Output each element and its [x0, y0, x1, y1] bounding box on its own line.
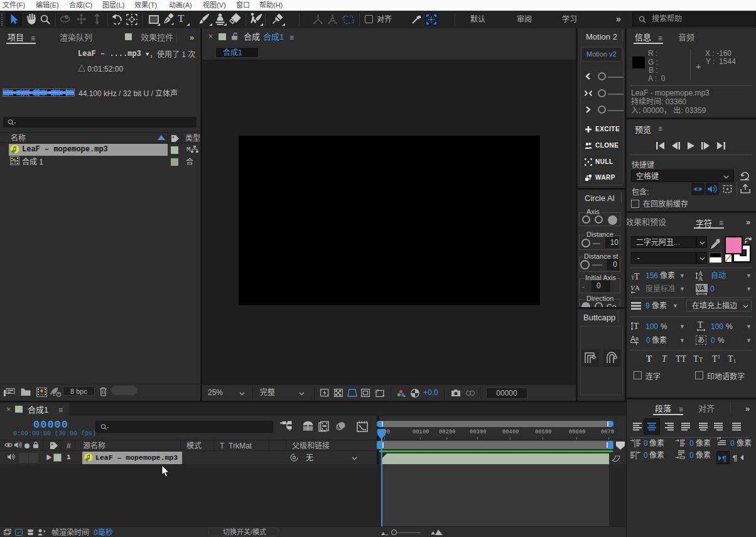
- svg-text:T: T: [662, 354, 667, 364]
- svg-text:A: A: [635, 284, 640, 291]
- svg-text:TT: TT: [676, 354, 687, 364]
- svg-text:A: A: [698, 275, 703, 281]
- svg-text:¶: ¶: [733, 453, 737, 462]
- svg-text:T: T: [698, 321, 703, 330]
- svg-text:¶: ¶: [722, 454, 726, 462]
- svg-text:A: A: [630, 335, 635, 344]
- svg-text:VA: VA: [696, 285, 705, 291]
- svg-text:T: T: [693, 354, 699, 364]
- svg-text:a: a: [635, 335, 639, 342]
- svg-text:1: 1: [718, 354, 720, 360]
- svg-text:T: T: [634, 272, 640, 280]
- svg-text:T: T: [699, 356, 703, 363]
- svg-text:T: T: [634, 322, 639, 331]
- svg-text:T: T: [646, 354, 652, 364]
- svg-text:1: 1: [733, 359, 736, 364]
- svg-text:T: T: [712, 354, 718, 364]
- svg-text:T: T: [728, 354, 733, 364]
